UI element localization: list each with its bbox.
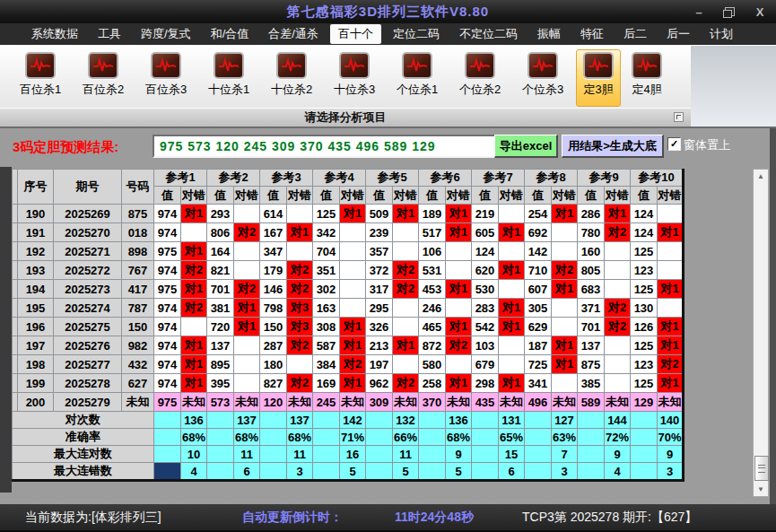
seq-cell[interactable]: 198 [18, 355, 54, 374]
result-cell[interactable]: 对2 [446, 336, 472, 355]
result-cell[interactable] [605, 280, 631, 299]
result-cell[interactable]: 对2 [234, 223, 260, 242]
summary-value-cell[interactable]: 11 [393, 446, 419, 463]
result-cell[interactable] [446, 299, 472, 318]
result-cell[interactable]: 对2 [287, 261, 313, 280]
result-cell[interactable]: 未知 [552, 393, 578, 412]
value-cell[interactable]: 187 [525, 336, 552, 355]
summary-spacer-cell[interactable] [525, 446, 552, 463]
result-cell[interactable]: 对1 [499, 223, 525, 242]
result-cell[interactable] [340, 223, 366, 242]
summary-value-cell[interactable]: 9 [605, 446, 631, 463]
result-cell[interactable]: 未知 [658, 393, 684, 412]
value-cell[interactable]: 725 [525, 355, 552, 374]
ribbon-button-十位杀3[interactable]: 十位杀3 [325, 49, 384, 107]
value-cell[interactable]: 123 [631, 355, 658, 374]
menu-item-振幅[interactable]: 振幅 [529, 24, 569, 44]
menu-item-后一[interactable]: 后一 [658, 24, 698, 44]
ribbon-button-百位杀2[interactable]: 百位杀2 [74, 49, 133, 107]
result-cell[interactable]: 对1 [181, 374, 207, 393]
value-cell[interactable]: 453 [419, 280, 446, 299]
value-cell[interactable]: 974 [154, 318, 181, 336]
summary-spacer-cell[interactable] [472, 412, 499, 429]
value-cell[interactable]: 137 [578, 336, 605, 355]
result-cell[interactable]: 未知 [499, 393, 525, 412]
value-cell[interactable]: 780 [578, 223, 605, 242]
result-cell[interactable]: 对1 [658, 336, 684, 355]
number-cell[interactable]: 018 [122, 223, 154, 242]
seq-cell[interactable]: 200 [18, 393, 54, 412]
number-cell[interactable]: 767 [122, 261, 154, 280]
value-cell[interactable]: 167 [260, 223, 287, 242]
result-cell[interactable]: 未知 [446, 393, 472, 412]
number-cell[interactable]: 982 [122, 336, 154, 355]
value-cell[interactable]: 308 [313, 318, 340, 336]
value-cell[interactable]: 701 [578, 318, 605, 336]
result-cell[interactable] [393, 299, 419, 318]
result-cell[interactable] [552, 223, 578, 242]
value-cell[interactable]: 129 [631, 393, 658, 412]
result-cell[interactable] [446, 261, 472, 280]
seq-cell[interactable]: 191 [18, 223, 54, 242]
menu-item-合差/通杀[interactable]: 合差/通杀 [260, 24, 327, 44]
result-cell[interactable]: 对1 [181, 336, 207, 355]
value-cell[interactable]: 605 [472, 223, 499, 242]
value-cell[interactable]: 385 [578, 374, 605, 393]
summary-spacer-cell[interactable] [366, 429, 393, 446]
value-cell[interactable]: 124 [631, 205, 658, 223]
minimize-button[interactable]: – [692, 5, 706, 19]
value-cell[interactable]: 974 [154, 355, 181, 374]
summary-value-cell[interactable]: 5 [340, 463, 366, 481]
value-cell[interactable]: 587 [313, 336, 340, 355]
summary-value-cell[interactable]: 72% [605, 429, 631, 446]
result-cell[interactable] [393, 355, 419, 374]
result-cell[interactable] [499, 242, 525, 261]
result-cell[interactable] [340, 242, 366, 261]
ribbon-button-个位杀2[interactable]: 个位杀2 [450, 49, 510, 107]
result-cell[interactable]: 对1 [393, 336, 419, 355]
value-cell[interactable]: 286 [578, 205, 605, 223]
value-cell[interactable]: 245 [313, 393, 340, 412]
value-cell[interactable]: 974 [154, 205, 181, 223]
summary-value-cell[interactable]: 68% [287, 429, 313, 446]
summary-value-cell[interactable]: 136 [181, 412, 207, 429]
result-cell[interactable] [658, 205, 684, 223]
value-cell[interactable]: 120 [260, 393, 287, 412]
result-cell[interactable] [605, 242, 631, 261]
summary-spacer-cell[interactable] [419, 463, 446, 481]
number-cell[interactable]: 787 [122, 299, 154, 318]
value-cell[interactable]: 125 [631, 242, 658, 261]
number-cell[interactable]: 417 [122, 280, 154, 299]
summary-value-cell[interactable]: 10 [181, 446, 207, 463]
number-cell[interactable]: 627 [122, 374, 154, 393]
summary-value-cell[interactable]: 4 [605, 463, 631, 481]
summary-spacer-cell[interactable] [578, 463, 605, 481]
result-cell[interactable]: 未知 [605, 393, 631, 412]
menu-item-跨度/复式[interactable]: 跨度/复式 [133, 24, 199, 44]
scroll-up-icon[interactable]: ▲ [754, 170, 768, 183]
summary-spacer-cell[interactable] [525, 463, 552, 481]
summary-value-cell[interactable]: 7 [552, 446, 578, 463]
seq-cell[interactable]: 196 [18, 318, 54, 336]
result-cell[interactable]: 对2 [393, 280, 419, 299]
summary-spacer-cell[interactable] [260, 412, 287, 429]
value-cell[interactable]: 342 [313, 223, 340, 242]
result-cell[interactable] [234, 355, 260, 374]
value-cell[interactable]: 103 [472, 336, 499, 355]
summary-spacer-cell[interactable] [419, 446, 446, 463]
vertical-scrollbar[interactable]: ▲ ▼ [753, 169, 769, 497]
result-cell[interactable]: 对1 [181, 355, 207, 374]
value-cell[interactable]: 975 [154, 393, 181, 412]
summary-spacer-cell[interactable] [472, 463, 499, 481]
summary-value-cell[interactable]: 136 [446, 412, 472, 429]
generate-bigbase-button[interactable]: 用结果>生成大底 [562, 135, 664, 158]
result-cell[interactable] [552, 318, 578, 336]
result-cell[interactable]: 对2 [552, 261, 578, 280]
summary-value-cell[interactable]: 66% [393, 429, 419, 446]
period-cell[interactable]: 2025277 [54, 355, 122, 374]
summary-spacer-cell[interactable] [207, 463, 234, 481]
value-cell[interactable]: 607 [525, 280, 552, 299]
result-cell[interactable]: 对2 [605, 299, 631, 318]
summary-value-cell[interactable]: 71% [340, 429, 366, 446]
summary-spacer-cell[interactable] [366, 412, 393, 429]
